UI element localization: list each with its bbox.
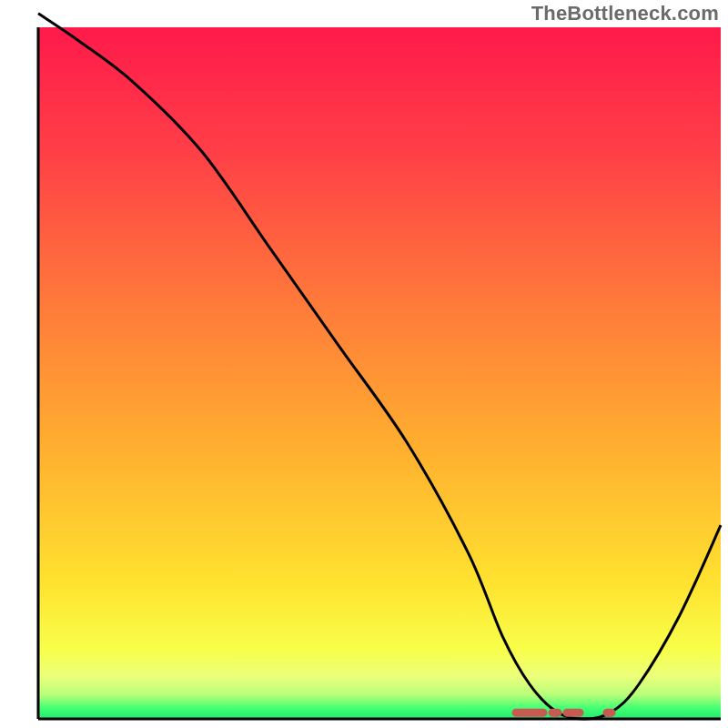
chart-frame: TheBottleneck.com — [0, 0, 728, 728]
heat-gradient — [38, 27, 721, 719]
plot-area — [38, 14, 721, 719]
bottleneck-chart — [0, 0, 728, 728]
